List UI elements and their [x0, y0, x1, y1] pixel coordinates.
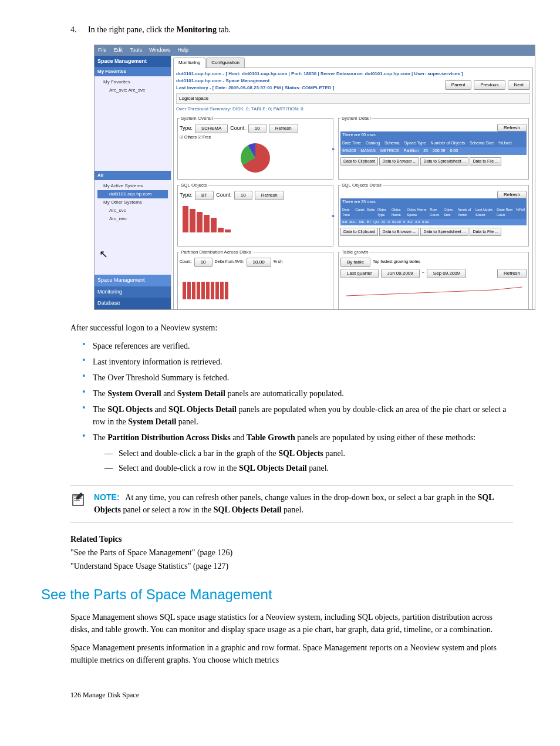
- note-block: NOTE: At any time, you can refresh other…: [70, 485, 513, 522]
- bar-chart[interactable]: [180, 267, 331, 302]
- delta-spinner[interactable]: 10.00: [247, 258, 271, 267]
- sidebar: Space Management My Favorites My Favorit…: [95, 56, 171, 309]
- topgrow-label: Top fastest growing tables: [373, 259, 420, 265]
- related-link[interactable]: "Understand Space Usage Statistics" (pag…: [70, 560, 513, 572]
- delta-label: Delta from AVG:: [215, 259, 244, 265]
- type-select[interactable]: BT: [195, 191, 214, 200]
- chevron-icon[interactable]: »: [332, 146, 335, 154]
- menu-windows[interactable]: Windows: [149, 46, 171, 55]
- table-growth-panel: Table growth By table Top fastest growin…: [338, 249, 529, 309]
- sidebar-nav-monitoring[interactable]: Monitoring: [95, 286, 171, 298]
- step-pre: In the right pane, click the: [88, 25, 176, 34]
- menu-file[interactable]: File: [98, 46, 107, 55]
- menu-edit[interactable]: Edit: [114, 46, 123, 55]
- period-select[interactable]: Last quarter: [340, 269, 379, 278]
- logical-space-tab[interactable]: Logical Space: [176, 93, 530, 104]
- date-from[interactable]: Jun 09,2009: [381, 269, 420, 278]
- type-select[interactable]: SCHEMA: [195, 124, 228, 133]
- sql-objects-detail-panel: SQL Objects Detail » Refresh There are 2…: [338, 182, 529, 247]
- panel-title: SQL Objects: [180, 182, 208, 189]
- bytable-tab[interactable]: By table: [340, 258, 370, 267]
- data-clipboard-button[interactable]: Data to Clipboard: [340, 157, 378, 166]
- bullet-list: Space references are verified. Last inve…: [70, 340, 513, 474]
- bar-chart[interactable]: [180, 200, 331, 235]
- sidebar-header: Space Management: [95, 56, 171, 67]
- list-item: The Partition Distribution Across Disks …: [82, 431, 513, 474]
- tree-item-selected[interactable]: dot0101.cup.hp.com: [97, 190, 168, 198]
- note-icon: [70, 491, 87, 511]
- refresh-button[interactable]: Refresh: [255, 191, 284, 200]
- panel-title: System Detail: [340, 115, 372, 122]
- count-label: Count:: [180, 259, 192, 265]
- line-chart[interactable]: [340, 278, 527, 302]
- step-post: tab.: [217, 25, 231, 34]
- related-link[interactable]: "See the Parts of Space Management" (pag…: [70, 546, 513, 559]
- step-number: 4.: [70, 23, 88, 36]
- tab-monitoring[interactable]: Monitoring: [173, 58, 205, 68]
- tab-configuration[interactable]: Configuration: [206, 58, 245, 68]
- system-detail-panel: System Detail » Refresh There are 50 row…: [338, 115, 529, 180]
- data-browser-button[interactable]: Data to Browser ...: [379, 157, 419, 166]
- data-spreadsheet-button[interactable]: Data to Spreadsheet ...: [420, 157, 468, 166]
- section-heading: See the Parts of Space Management: [41, 584, 513, 605]
- type-label: Type:: [180, 124, 193, 133]
- previous-button[interactable]: Previous: [474, 80, 505, 90]
- data-clipboard-button[interactable]: Data to Clipboard: [340, 228, 378, 237]
- row-count: There are 50 rows: [340, 131, 527, 139]
- tree-item[interactable]: My Other Systems: [97, 198, 168, 207]
- refresh-button[interactable]: Refresh: [497, 269, 527, 278]
- panel-title: System Overall: [180, 115, 214, 122]
- note-content: NOTE: At any time, you can refresh other…: [94, 491, 513, 516]
- menubar: File Edit Tools Windows Help: [95, 45, 535, 56]
- refresh-button[interactable]: Refresh: [497, 191, 527, 198]
- sidebar-nav-database[interactable]: Database: [95, 298, 171, 309]
- count-label: Count:: [230, 124, 246, 133]
- sidebar-fav-header: My Favorites: [95, 67, 171, 76]
- info-line2: dot0101.cup.hp.com - Space Management: [176, 77, 334, 85]
- pie-chart[interactable]: [241, 143, 270, 173]
- tree-item[interactable]: Arc_svc: [97, 207, 168, 215]
- threshold-summary: Over Threshold Summary: DISK: 0; TABLE: …: [176, 106, 530, 113]
- count-spinner[interactable]: 10: [194, 258, 212, 267]
- paragraph: Space Management presents information in…: [70, 642, 513, 666]
- tree-item[interactable]: My Active Systems: [97, 182, 168, 190]
- partition-distribution-panel: Partition Distribution Across Disks Coun…: [177, 249, 333, 309]
- free-checkbox[interactable]: ☑: [198, 135, 201, 139]
- data-file-button[interactable]: Data to File ...: [470, 228, 501, 237]
- list-item: The System Overall and System Detail pan…: [82, 387, 513, 400]
- menu-help[interactable]: Help: [178, 46, 189, 55]
- parent-button[interactable]: Parent: [445, 80, 472, 90]
- page-footer: 126 Manage Disk Space: [70, 690, 513, 700]
- sublist-item: Select and double-click a bar in the gra…: [104, 447, 513, 460]
- sidebar-all-header: All: [95, 171, 171, 180]
- step-text: In the right pane, click the Monitoring …: [88, 23, 513, 36]
- count-label: Count:: [216, 191, 232, 200]
- table-row[interactable]: 9/8MA..MEBTQUTA051.0998/23.00.02: [340, 219, 527, 225]
- count-spinner[interactable]: 10: [248, 124, 266, 133]
- menu-tools[interactable]: Tools: [130, 46, 142, 55]
- refresh-button[interactable]: Refresh: [269, 124, 298, 133]
- panel-title: Table growth: [340, 249, 369, 256]
- related-links: "See the Parts of Space Management" (pag…: [70, 546, 513, 572]
- system-overall-panel: System Overall Type: SCHEMA Count: 10 Re…: [177, 115, 333, 180]
- refresh-button[interactable]: Refresh: [497, 124, 527, 131]
- tree-item[interactable]: Arc_svc; Arc_svc: [97, 86, 168, 94]
- step-bold: Monitoring: [176, 25, 216, 34]
- next-button[interactable]: Next: [508, 80, 530, 90]
- info-line3: Last Inventory - [ Date: 2009-09-08 23:5…: [176, 85, 334, 92]
- row-count: There are 25 rows: [340, 198, 527, 206]
- chevron-icon[interactable]: »: [332, 212, 335, 221]
- table-row[interactable]: 9/8/200MANAGMETRICSPartition25260.590.00: [340, 147, 527, 155]
- data-browser-button[interactable]: Data to Browser ...: [379, 228, 419, 237]
- date-to[interactable]: Sep 09,2009: [427, 269, 466, 278]
- list-item: The Over Threshold Summary is fetched.: [82, 372, 513, 384]
- sublist-item: Select and double-click a row in the SQL…: [104, 462, 513, 474]
- tree-item[interactable]: Arc_neo: [97, 215, 168, 223]
- tree-item[interactable]: My Favorites: [97, 78, 168, 86]
- data-file-button[interactable]: Data to File ...: [470, 157, 501, 166]
- sidebar-nav-space[interactable]: Space Management: [95, 275, 171, 286]
- after-logon-text: After successful logon to a Neoview syst…: [70, 322, 513, 334]
- others-checkbox[interactable]: ☑: [180, 135, 183, 139]
- data-spreadsheet-button[interactable]: Data to Spreadsheet ...: [420, 228, 468, 237]
- count-spinner[interactable]: 10: [234, 191, 252, 200]
